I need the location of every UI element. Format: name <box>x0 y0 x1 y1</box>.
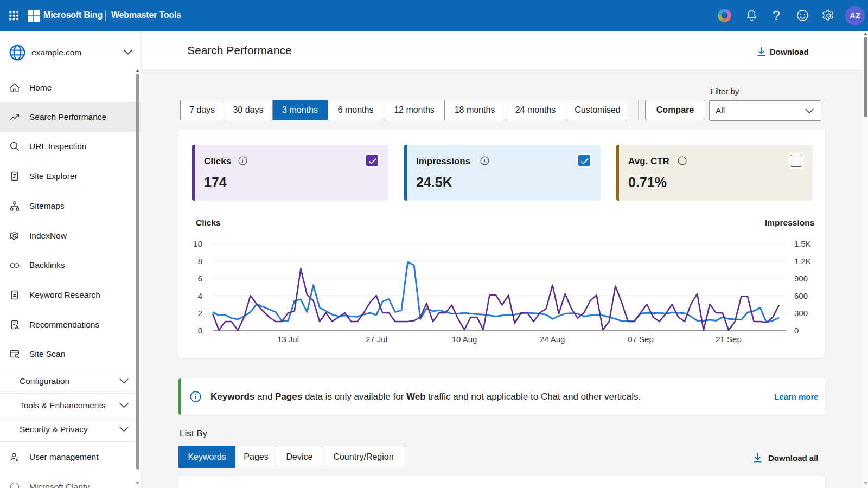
svg-text:1.2K: 1.2K <box>794 256 811 266</box>
svg-text:8: 8 <box>198 256 202 266</box>
svg-text:24 Aug: 24 Aug <box>540 335 565 344</box>
svg-text:6: 6 <box>198 274 202 283</box>
svg-text:1.5K: 1.5K <box>794 239 811 248</box>
svg-text:21 Sep: 21 Sep <box>716 335 742 344</box>
svg-text:900: 900 <box>794 274 808 283</box>
svg-text:4: 4 <box>198 291 202 300</box>
svg-text:10: 10 <box>193 239 202 248</box>
svg-text:27 Jul: 27 Jul <box>366 335 387 344</box>
svg-text:10 Aug: 10 Aug <box>452 335 477 344</box>
svg-text:0: 0 <box>198 326 202 335</box>
svg-text:2: 2 <box>198 309 202 318</box>
svg-text:13 Jul: 13 Jul <box>277 335 299 344</box>
svg-text:0: 0 <box>794 326 799 335</box>
svg-text:300: 300 <box>794 309 808 318</box>
svg-text:07 Sep: 07 Sep <box>628 335 654 344</box>
svg-text:600: 600 <box>794 291 808 300</box>
